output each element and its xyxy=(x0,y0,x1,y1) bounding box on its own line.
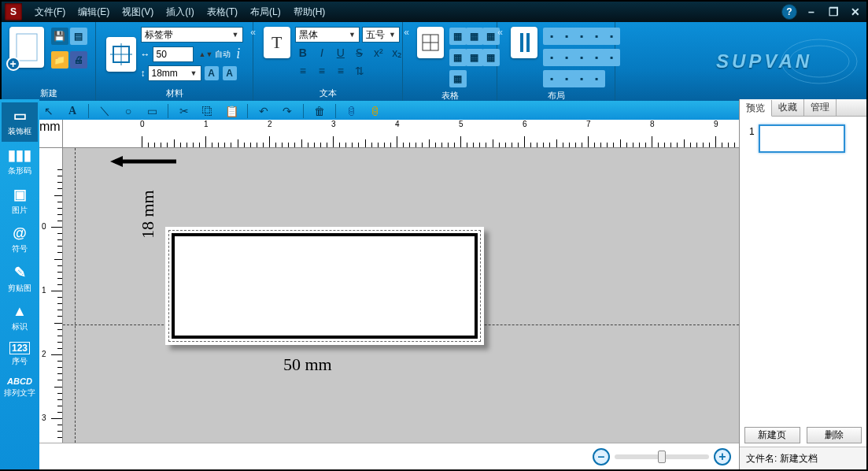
help-button[interactable]: ? xyxy=(781,4,797,20)
insert-table-button[interactable] xyxy=(417,27,444,58)
width-icon: ↔ xyxy=(141,49,150,60)
menu-insert[interactable]: 插入(I) xyxy=(160,6,200,19)
collapse-text-icon[interactable]: « xyxy=(250,27,256,38)
ruler-horizontal[interactable]: 0123456789 xyxy=(63,120,739,148)
app-logo-icon: S xyxy=(5,3,22,20)
layout-button[interactable] xyxy=(511,27,537,58)
number-icon: 123 xyxy=(9,342,30,354)
folder-icon[interactable]: 📁 xyxy=(51,51,68,69)
tab-favorites[interactable]: 收藏 xyxy=(772,99,804,116)
align-5[interactable]: ▪ xyxy=(603,28,620,45)
new-document-button[interactable]: + xyxy=(9,27,44,68)
collapse-layout-icon[interactable]: « xyxy=(497,27,503,38)
save-icon[interactable]: 💾 xyxy=(51,28,68,45)
sidebar-item-sign[interactable]: ▲标识 xyxy=(2,299,38,337)
delete-page-button[interactable]: 删除 xyxy=(807,427,862,443)
copy-button[interactable]: ⿻ xyxy=(200,103,216,119)
svg-rect-8 xyxy=(526,33,530,52)
ruler-vertical[interactable]: 01234 xyxy=(39,148,63,443)
tbl-op-5[interactable]: ▦ xyxy=(466,49,483,66)
orient-icon[interactable]: A xyxy=(205,66,219,80)
paste-button[interactable]: 📋 xyxy=(223,103,239,119)
collapse-table-icon[interactable]: « xyxy=(404,27,409,38)
tbl-op-1[interactable]: ▦ xyxy=(449,28,467,45)
line-tool[interactable]: ＼ xyxy=(97,103,113,119)
restore-button[interactable]: ❐ xyxy=(822,4,844,20)
brand-logo: SUPVAN xyxy=(662,22,866,101)
underline-button[interactable]: U xyxy=(333,45,349,61)
italic-button[interactable]: I xyxy=(314,45,330,61)
zoom-slider-handle[interactable] xyxy=(658,451,666,463)
new-page-button[interactable]: 新建页 xyxy=(744,427,800,443)
tbl-op-2[interactable]: ▦ xyxy=(466,28,483,45)
auto-label[interactable]: 自动 xyxy=(215,49,231,60)
align-center-button[interactable]: ≡ xyxy=(314,63,330,79)
menu-table[interactable]: 表格(T) xyxy=(201,6,244,19)
title-bar: S 文件(F) 编辑(E) 视图(V) 插入(I) 表格(T) 布局(L) 帮助… xyxy=(2,2,866,22)
db-icon[interactable]: 🛢 xyxy=(344,103,360,119)
undo-button[interactable]: ↶ xyxy=(256,103,271,119)
delete-button[interactable]: 🗑 xyxy=(312,103,327,119)
width-spin[interactable]: ▲▼ xyxy=(199,50,213,58)
strike-button[interactable]: S̶ xyxy=(352,45,368,61)
sidebar-item-frame[interactable]: ▭装饰框 xyxy=(2,102,38,142)
height-dimension-label: 18 mm xyxy=(138,190,158,239)
menu-help[interactable]: 帮助(H) xyxy=(287,6,332,19)
ellipse-tool[interactable]: ○ xyxy=(120,103,136,119)
sidebar-item-serial[interactable]: 123序号 xyxy=(2,337,38,372)
ruler-corner: mm xyxy=(39,120,63,148)
minimize-button[interactable]: – xyxy=(800,4,822,20)
cut-button[interactable]: ✂ xyxy=(176,103,192,119)
orient2-icon[interactable]: A xyxy=(223,66,237,80)
vertical-text-button[interactable]: ⇅ xyxy=(352,63,368,79)
align-10[interactable]: ▪ xyxy=(603,49,620,66)
height-select[interactable]: 18mm▼ xyxy=(148,65,201,81)
label-object[interactable] xyxy=(165,227,484,345)
super-button[interactable]: x² xyxy=(371,45,386,61)
width-input[interactable]: 50 xyxy=(153,46,194,62)
material-icon[interactable] xyxy=(106,37,136,72)
page-thumbnail[interactable]: 1 xyxy=(759,124,845,153)
menu-file[interactable]: 文件(F) xyxy=(28,6,72,19)
zoom-slider[interactable] xyxy=(615,454,709,459)
print-icon[interactable]: 🖨 xyxy=(70,51,87,69)
sidebar-item-barcode[interactable]: ▮▮▮条形码 xyxy=(2,142,38,181)
menu-view[interactable]: 视图(V) xyxy=(116,6,160,19)
db2-icon[interactable]: 🛢 xyxy=(368,103,383,119)
menu-edit[interactable]: 编辑(E) xyxy=(72,6,116,19)
canvas[interactable]: 18 mm 50 mm xyxy=(63,148,739,443)
align-right-button[interactable]: ≡ xyxy=(333,63,349,79)
font-family-select[interactable]: 黑体▼ xyxy=(295,27,360,43)
file-name-value: 新建文档 xyxy=(780,452,818,465)
tab-preview[interactable]: 预览 xyxy=(740,100,772,117)
menu-layout[interactable]: 布局(L) xyxy=(244,6,287,19)
tbl-op-4[interactable]: ▦ xyxy=(449,49,467,66)
group-label-layout: 布局 xyxy=(548,88,565,101)
zoom-in-button[interactable]: + xyxy=(714,448,731,465)
bold-button[interactable]: B xyxy=(295,45,311,61)
zoom-out-button[interactable]: – xyxy=(593,448,610,465)
ribbon-group-material: 标签带▼ ↔ 50 ▲▼ 自动 i ↕ 18mm▼ A A 材料 xyxy=(96,22,253,101)
svg-rect-7 xyxy=(520,33,523,52)
material-type-select[interactable]: 标签带▼ xyxy=(141,27,243,43)
page-icon[interactable]: ▤ xyxy=(70,28,87,45)
close-button[interactable]: ✕ xyxy=(844,4,866,20)
sidebar-item-symbol[interactable]: @符号 xyxy=(2,221,38,259)
text-quick-tool[interactable]: A xyxy=(65,103,80,119)
font-size-select[interactable]: 五号▼ xyxy=(362,27,400,43)
text-tool-button[interactable]: T xyxy=(264,27,290,58)
align-left-button[interactable]: ≡ xyxy=(295,63,311,79)
tbl-op-7[interactable]: ▦ xyxy=(449,70,467,87)
redo-button[interactable]: ↷ xyxy=(279,103,295,119)
sidebar-item-clipart[interactable]: ✎剪贴图 xyxy=(2,259,38,299)
tab-manage[interactable]: 管理 xyxy=(804,99,837,116)
sidebar-item-image[interactable]: ▣图片 xyxy=(2,181,38,221)
sidebar-item-arrange-text[interactable]: ABCD排列文字 xyxy=(2,372,38,403)
align-14[interactable]: ▪ xyxy=(588,70,605,87)
rect-tool[interactable]: ▭ xyxy=(144,103,160,119)
pointer-tool[interactable]: ↖ xyxy=(41,103,57,119)
warning-icon: ▲ xyxy=(13,303,27,320)
group-label-new: 新建 xyxy=(40,86,57,99)
info-icon[interactable]: i xyxy=(236,46,240,62)
group-label-text: 文本 xyxy=(319,86,337,99)
